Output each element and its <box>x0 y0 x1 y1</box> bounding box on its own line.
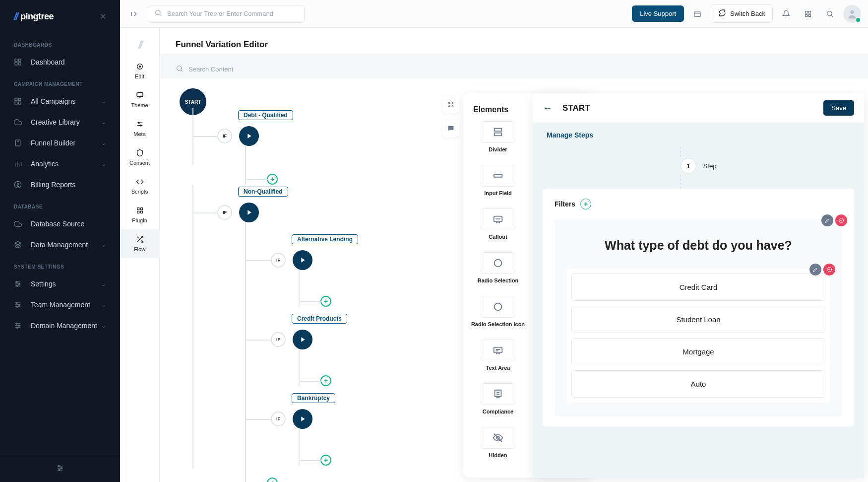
element-input[interactable]: Input Field <box>470 165 526 204</box>
shield-icon <box>136 149 144 158</box>
svg-rect-8 <box>15 140 20 146</box>
search-icon[interactable] <box>821 5 838 22</box>
folder-icon[interactable] <box>689 5 706 22</box>
tool-edit[interactable]: Edit <box>120 57 159 85</box>
grid-icon <box>14 58 22 66</box>
option-item[interactable]: Credit Card <box>571 274 825 301</box>
sidebar-item-dbsource[interactable]: Database Source <box>0 213 120 234</box>
save-button[interactable]: Save <box>823 100 854 116</box>
brand-name: pingtree <box>20 11 54 22</box>
play-icon[interactable] <box>239 126 259 146</box>
node-label: Debt - Qualified <box>238 110 293 120</box>
apps-icon[interactable] <box>800 5 816 22</box>
search-content-input[interactable]: Search Content <box>169 60 859 78</box>
options-actions <box>809 264 835 275</box>
svg-rect-52 <box>140 211 142 213</box>
sidebar-footer[interactable] <box>0 456 120 482</box>
element-radioicon[interactable]: Radio Selection Icon <box>470 296 526 335</box>
element-radio[interactable]: Radio Selection <box>470 252 526 291</box>
flow-node[interactable]: Debt - Qualified IF <box>217 126 331 146</box>
search-input[interactable]: Search Your Tree or Enter Command <box>148 5 305 23</box>
tool-scripts[interactable]: Scripts <box>120 172 159 201</box>
sidebar-section-system: SYSTEM SETTINGS Settings ⌄ Team Manageme… <box>0 255 120 336</box>
option-item[interactable]: Student Loan <box>571 306 825 333</box>
tool-meta[interactable]: Meta <box>120 114 159 143</box>
bell-icon[interactable] <box>778 5 795 22</box>
sliders-icon <box>14 280 22 288</box>
chevron-down-icon: ⌄ <box>101 322 106 329</box>
comment-icon[interactable] <box>442 120 459 137</box>
sidebar-item-label: Settings <box>31 280 56 288</box>
play-icon[interactable] <box>293 330 312 349</box>
grid-icon <box>136 207 144 215</box>
sidebar-item-team[interactable]: Team Management ⌄ <box>0 294 120 315</box>
option-item[interactable]: Mortgage <box>571 338 825 365</box>
add-node-button[interactable]: + <box>320 375 331 386</box>
tool-flow[interactable]: Flow <box>120 229 159 258</box>
flow-node[interactable]: Alternative Lending IF <box>271 250 331 270</box>
step-number[interactable]: 1 <box>681 158 696 174</box>
sidebar-item-analytics[interactable]: Analytics ⌄ <box>0 153 120 174</box>
if-pill[interactable]: IF <box>217 129 232 143</box>
add-node-button[interactable]: + <box>267 174 278 185</box>
sidebar-item-domain[interactable]: Domain Management ⌄ <box>0 315 120 336</box>
sidebar-item-billing[interactable]: Billing Reports <box>0 174 120 195</box>
play-icon[interactable] <box>239 203 259 222</box>
if-pill[interactable]: IF <box>271 332 286 347</box>
live-support-button[interactable]: Live Support <box>632 5 684 22</box>
add-filter-button[interactable]: + <box>580 199 591 209</box>
sidebar-header: // pingtree ✕ <box>0 0 120 33</box>
add-node-button[interactable]: + <box>320 455 331 466</box>
flow-node[interactable]: Credit Products IF <box>271 330 331 349</box>
close-icon[interactable]: ✕ <box>100 12 106 21</box>
flow-canvas[interactable]: START Debt - Qualified IF + Non <box>160 78 868 482</box>
sliders-icon <box>136 120 144 129</box>
sidebar-item-funnel[interactable]: Funnel Builder ⌄ <box>0 133 120 153</box>
element-hidden[interactable]: Hidden <box>470 427 526 466</box>
edit-icon[interactable] <box>821 214 833 226</box>
if-pill[interactable]: IF <box>271 253 286 268</box>
edit-icon[interactable] <box>809 264 821 275</box>
avatar[interactable] <box>843 5 861 23</box>
flow-node[interactable]: Bankruptcy IF <box>271 409 331 429</box>
sidebar-item-datamgmt[interactable]: Data Management ⌄ <box>0 234 120 255</box>
option-item[interactable]: Auto <box>571 370 825 398</box>
branch: Debt - Qualified IF + <box>190 108 331 185</box>
filters-label: Filters <box>555 200 575 208</box>
elements-toggle-icon[interactable] <box>442 96 459 113</box>
back-arrow-icon[interactable]: ← <box>543 102 553 114</box>
element-divider[interactable]: Divider <box>470 121 526 160</box>
target-icon <box>136 63 144 71</box>
question-block: What type of debt do you have? Credit Ca… <box>555 219 842 416</box>
play-icon[interactable] <box>293 409 312 429</box>
tool-plugin[interactable]: Plugin <box>120 201 159 229</box>
svg-rect-49 <box>137 208 139 210</box>
svg-rect-7 <box>18 102 21 104</box>
sidebar-item-dashboard[interactable]: Dashboard <box>0 52 120 72</box>
play-icon[interactable] <box>293 250 312 270</box>
sidebar-item-label: All Campaigns <box>31 97 75 105</box>
delete-icon[interactable] <box>835 214 847 226</box>
tool-consent[interactable]: Consent <box>120 143 159 172</box>
if-pill[interactable]: IF <box>271 412 286 426</box>
element-textarea[interactable]: Text Area <box>470 340 526 378</box>
add-node-button[interactable]: + <box>267 478 278 482</box>
manage-steps-link[interactable]: Manage Steps <box>533 123 864 147</box>
element-callout[interactable]: Callout <box>470 208 526 247</box>
sidebar-item-campaigns[interactable]: All Campaigns ⌄ <box>0 91 120 112</box>
monitor-icon <box>136 91 144 100</box>
element-compliance[interactable]: Compliance <box>470 383 526 422</box>
switch-back-button[interactable]: Switch Back <box>711 4 773 23</box>
svg-rect-36 <box>806 11 807 13</box>
editor-column: Funnel Variation Editor Search Content S… <box>160 28 868 482</box>
if-pill[interactable]: IF <box>217 205 232 220</box>
sidebar-item-settings[interactable]: Settings ⌄ <box>0 274 120 294</box>
svg-rect-38 <box>806 14 807 16</box>
flow-node[interactable]: Non-Qualified IF <box>217 203 331 222</box>
add-node-button[interactable]: + <box>320 296 331 307</box>
delete-icon[interactable] <box>823 264 835 275</box>
collapse-sidebar-button[interactable] <box>127 7 141 21</box>
radio-icon <box>481 296 515 318</box>
sidebar-item-creative[interactable]: Creative Library ⌄ <box>0 112 120 133</box>
tool-theme[interactable]: Theme <box>120 85 159 114</box>
